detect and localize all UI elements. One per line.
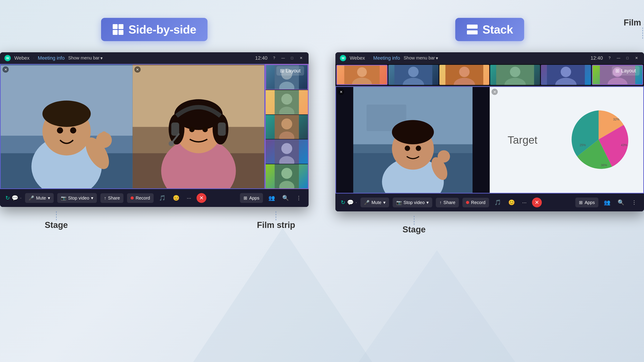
svg-rect-3	[118, 30, 124, 35]
film-thumb-h-5[interactable]	[541, 65, 591, 85]
webex-logo-right: W	[340, 55, 346, 61]
window-minimize-right[interactable]: —	[616, 55, 622, 61]
film-thumb-3[interactable]	[266, 115, 308, 139]
film-label-right-top: Film strip	[624, 18, 644, 27]
svg-point-50	[408, 67, 419, 77]
show-menu-bar-right[interactable]: Show menu bar ▾	[404, 55, 438, 61]
camera-icon-right: 📷	[396, 200, 402, 205]
audio-icon-right[interactable]: 🎵	[492, 198, 503, 207]
stage-annotation-left: Stage	[45, 211, 68, 230]
search-icon-right[interactable]: 🔍	[616, 198, 626, 207]
apps-button-left[interactable]: ⊞ Apps	[240, 193, 263, 203]
separator-left: ·	[33, 56, 34, 60]
time-right: 12:40	[590, 55, 603, 61]
window-close-right[interactable]: ✕	[633, 55, 640, 61]
more2-icon-left[interactable]: ⋮	[294, 193, 303, 203]
film-thumb-h-4[interactable]	[490, 65, 540, 85]
emoji-icon-right[interactable]: 😊	[506, 198, 517, 207]
stage-video-grid: ✕	[1, 64, 264, 188]
record-dot-right	[466, 201, 469, 204]
apps-button-right[interactable]: ⊞ Apps	[575, 198, 598, 207]
more-icon-left[interactable]: ···	[185, 193, 193, 203]
svg-point-28	[202, 127, 208, 132]
chat-icon: 💬	[12, 195, 18, 201]
window-controls-left: ? — □ ✕	[271, 55, 304, 61]
apps-icon-right: ⊞	[579, 200, 583, 205]
window-minimize-left[interactable]: —	[280, 55, 286, 61]
more2-icon-right[interactable]: ⋮	[630, 198, 639, 207]
window-maximize-right[interactable]: □	[624, 55, 630, 61]
stop-video-button-right[interactable]: 📷 Stop video ▾	[393, 198, 432, 207]
stage-label-right: Stage	[402, 225, 426, 234]
svg-text:32%: 32%	[613, 117, 620, 121]
close-stack-video[interactable]: ✕	[338, 89, 344, 95]
end-call-button-left[interactable]: ✕	[196, 193, 206, 203]
more-icon-right[interactable]: ···	[520, 198, 528, 207]
close-shared-content[interactable]: ✕	[492, 89, 498, 95]
search-icon-left[interactable]: 🔍	[280, 193, 291, 203]
film-strip-right	[336, 64, 644, 86]
film-thumb-h-3[interactable]	[440, 65, 489, 85]
stop-video-chevron-right: ▾	[426, 200, 429, 205]
svg-rect-2	[113, 30, 118, 35]
layout-button-right[interactable]: ⊞ Layout	[612, 66, 640, 75]
meeting-info-left[interactable]: Meeting info	[38, 55, 64, 61]
svg-rect-44	[467, 24, 478, 28]
window-help-left[interactable]: ?	[271, 55, 277, 61]
close-video-woman[interactable]: ✕	[134, 66, 141, 73]
mute-button-left[interactable]: 🎤 Mute ▾	[25, 193, 54, 203]
film-line-left	[276, 211, 276, 220]
emoji-icon-left[interactable]: 😊	[171, 193, 181, 203]
stage-area-left: ✕	[0, 64, 265, 189]
svg-text:25%: 25%	[580, 143, 586, 147]
svg-rect-0	[113, 24, 118, 29]
film-thumb-5[interactable]	[266, 164, 308, 188]
share-button-right[interactable]: ↑ Share	[436, 198, 459, 207]
share-button-left[interactable]: ↑ Share	[100, 193, 124, 203]
end-call-button-right[interactable]: ✕	[532, 198, 542, 207]
mute-chevron: ▾	[48, 195, 50, 201]
svg-point-70	[392, 120, 434, 144]
stage-label-left: Stage	[45, 220, 68, 230]
film-line-right-top	[642, 27, 643, 39]
stage-line-left	[56, 211, 56, 220]
svg-point-71	[405, 146, 410, 151]
svg-point-11	[70, 127, 76, 134]
film-thumb-2[interactable]	[266, 90, 308, 114]
side-by-side-label: Side-by-side	[128, 23, 196, 36]
layout-button-left[interactable]: ⊞ Layout	[276, 66, 304, 75]
right-annotations: Stage	[336, 211, 644, 238]
film-thumb-4[interactable]	[266, 139, 308, 164]
film-annotation-right-top: Film strip	[624, 18, 644, 39]
stop-video-chevron: ▾	[91, 195, 93, 201]
grid-icon	[112, 24, 124, 35]
sync-icon-right: ↻	[341, 199, 345, 206]
stage-line-right	[414, 216, 414, 225]
record-button-right[interactable]: Record	[462, 198, 489, 207]
show-menu-bar-left[interactable]: Show menu bar ▾	[68, 55, 103, 61]
time-left: 12:40	[255, 55, 268, 61]
status-dot: ·	[20, 195, 22, 201]
app-name-left: Webex	[14, 55, 30, 61]
participants-icon-left[interactable]: 👥	[266, 193, 277, 203]
window-help-right[interactable]: ?	[606, 55, 613, 61]
film-thumb-h-2[interactable]	[388, 65, 438, 85]
stop-video-button-left[interactable]: 📷 Stop video ▾	[57, 193, 97, 203]
close-video-man[interactable]: ✕	[2, 66, 9, 73]
film-strip-left	[265, 64, 308, 189]
participants-icon-right[interactable]: 👥	[602, 198, 612, 207]
stage-annotation-right: Stage	[402, 216, 426, 234]
record-button-left[interactable]: Record	[127, 193, 154, 203]
status-left: ↻ 💬 ·	[5, 195, 22, 201]
video-cell-man: ✕	[1, 64, 132, 188]
svg-point-42	[281, 168, 292, 179]
svg-point-56	[510, 67, 520, 77]
mute-button-right[interactable]: 🎤 Mute ▾	[360, 198, 389, 207]
film-thumb-h-1[interactable]	[336, 65, 388, 85]
svg-point-26	[168, 141, 174, 146]
window-maximize-left[interactable]: □	[289, 55, 295, 61]
window-close-left[interactable]: ✕	[298, 55, 304, 61]
svg-point-39	[281, 143, 292, 154]
meeting-info-right[interactable]: Meeting info	[373, 55, 400, 61]
audio-icon-left[interactable]: 🎵	[157, 193, 168, 203]
